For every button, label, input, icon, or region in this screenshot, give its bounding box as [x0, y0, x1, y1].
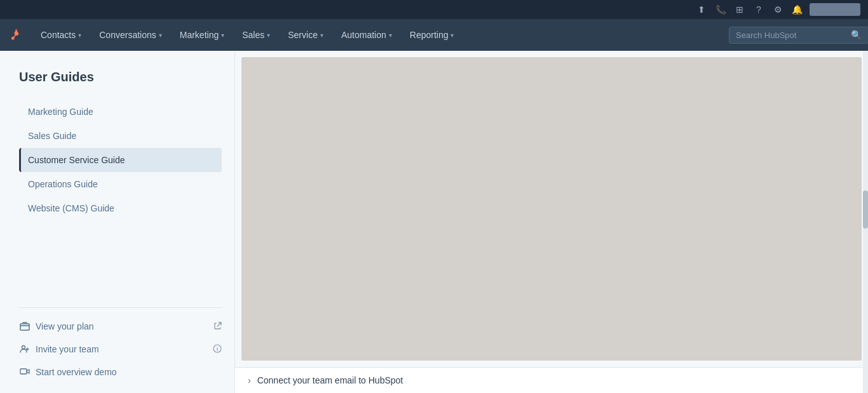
- invite-your-team-link[interactable]: Invite your team: [19, 341, 222, 357]
- bottom-banner[interactable]: › Connect your team email to HubSpot: [235, 367, 868, 393]
- chevron-down-icon: ▾: [320, 32, 323, 39]
- top-bar: ⬆ 📞 ⊞ ? ⚙ 🔔: [0, 0, 868, 19]
- chevron-down-icon: ▾: [159, 32, 162, 39]
- notifications-icon[interactable]: 🔔: [790, 3, 803, 16]
- chevron-down-icon: ▾: [267, 32, 270, 39]
- nav-bar: Contacts ▾ Conversations ▾ Marketing ▾ S…: [0, 19, 868, 51]
- main-layout: User Guides Marketing Guide Sales Guide …: [0, 51, 868, 393]
- scrollbar-thumb[interactable]: [863, 190, 868, 229]
- sidebar-item-marketing-guide[interactable]: Marketing Guide: [19, 100, 222, 124]
- nav-items: Contacts ▾ Conversations ▾ Marketing ▾ S…: [32, 19, 729, 51]
- sidebar: User Guides Marketing Guide Sales Guide …: [0, 51, 235, 393]
- sidebar-nav: Marketing Guide Sales Guide Customer Ser…: [19, 100, 222, 301]
- demo-icon: [19, 366, 31, 378]
- nav-item-conversations[interactable]: Conversations ▾: [90, 19, 171, 51]
- sidebar-title: User Guides: [19, 70, 222, 84]
- nav-item-contacts[interactable]: Contacts ▾: [32, 19, 90, 51]
- nav-item-reporting[interactable]: Reporting ▾: [401, 19, 463, 51]
- nav-item-automation[interactable]: Automation ▾: [332, 19, 401, 51]
- svg-point-1: [22, 346, 25, 349]
- phone-icon[interactable]: 📞: [714, 3, 727, 16]
- hubspot-logo-icon: [9, 28, 23, 42]
- hubspot-logo[interactable]: [0, 19, 32, 51]
- sidebar-item-operations-guide[interactable]: Operations Guide: [19, 172, 222, 196]
- top-bar-icons: ⬆ 📞 ⊞ ? ⚙ 🔔: [695, 3, 860, 16]
- nav-search: 🔍: [729, 27, 862, 44]
- search-button[interactable]: 🔍: [851, 30, 862, 40]
- svg-rect-4: [20, 369, 27, 374]
- search-input[interactable]: [729, 27, 868, 44]
- settings-icon[interactable]: ⚙: [771, 3, 784, 16]
- nav-item-service[interactable]: Service ▾: [279, 19, 332, 51]
- upgrade-icon[interactable]: ⬆: [695, 3, 708, 16]
- bottom-banner-text: Connect your team email to HubSpot: [257, 375, 403, 385]
- view-your-plan-link[interactable]: View your plan: [19, 318, 222, 335]
- svg-point-3: [217, 346, 217, 347]
- info-icon: [213, 344, 222, 355]
- chevron-down-icon: ▾: [221, 32, 224, 39]
- chevron-down-icon: ▾: [78, 32, 81, 39]
- start-overview-demo-link[interactable]: Start overview demo: [19, 364, 222, 380]
- chevron-down-icon: ▾: [451, 32, 454, 39]
- user-avatar[interactable]: [810, 3, 860, 16]
- nav-item-marketing[interactable]: Marketing ▾: [171, 19, 233, 51]
- chevron-down-icon: ▾: [389, 32, 392, 39]
- sidebar-item-website-cms-guide[interactable]: Website (CMS) Guide: [19, 196, 222, 220]
- help-icon[interactable]: ?: [752, 3, 765, 16]
- chevron-right-icon: ›: [248, 375, 251, 385]
- nav-item-sales[interactable]: Sales ▾: [233, 19, 279, 51]
- plan-icon: [19, 321, 31, 332]
- content-iframe: [241, 57, 862, 361]
- sidebar-item-sales-guide[interactable]: Sales Guide: [19, 124, 222, 148]
- external-link-icon: [214, 322, 222, 331]
- marketplace-icon[interactable]: ⊞: [733, 3, 746, 16]
- content-area: › Connect your team email to HubSpot: [235, 51, 868, 393]
- scrollbar-track: [863, 51, 868, 393]
- sidebar-bottom: View your plan Invite your team: [19, 307, 222, 380]
- svg-rect-0: [20, 324, 29, 330]
- sidebar-item-customer-service-guide[interactable]: Customer Service Guide: [19, 148, 222, 172]
- team-icon: [19, 343, 31, 355]
